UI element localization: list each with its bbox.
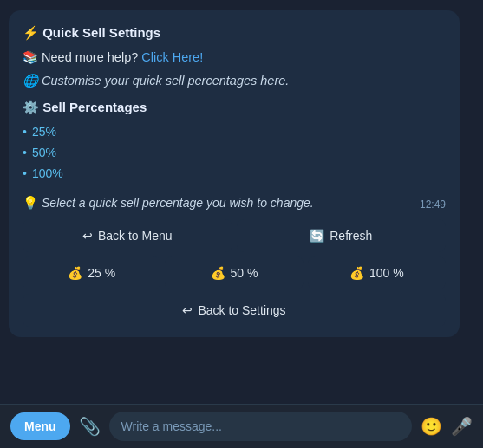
top-button-row: ↩ Back to Menu 🔄 Refresh bbox=[23, 219, 446, 252]
chat-area: ⚡ Quick Sell Settings 📚 Need more help? … bbox=[0, 0, 483, 404]
back-to-menu-emoji: ↩ bbox=[82, 229, 93, 243]
attach-icon[interactable]: 📎 bbox=[79, 416, 101, 437]
percent-25-label: 25 % bbox=[88, 266, 115, 280]
refresh-label: Refresh bbox=[330, 229, 372, 243]
message-input[interactable]: Write a message... bbox=[109, 412, 412, 441]
mic-icon[interactable]: 🎤 bbox=[451, 416, 473, 437]
customize-line: 🌐 Customise your quick sell percentages … bbox=[23, 71, 446, 90]
back-settings-row: ↩ Back to Settings bbox=[23, 294, 446, 327]
sell-list: 25% 50% 100% bbox=[23, 122, 446, 184]
title-emoji: ⚡ bbox=[23, 25, 39, 40]
help-emoji: 📚 bbox=[23, 50, 38, 64]
emoji-icon[interactable]: 🙂 bbox=[421, 416, 442, 437]
section-title: Sell Percentages bbox=[42, 100, 147, 114]
back-settings-label: Back to Settings bbox=[198, 303, 285, 317]
percent-50-label: 50 % bbox=[231, 266, 258, 280]
section-header: ⚙️ Sell Percentages bbox=[23, 97, 446, 117]
hint-text: Select a quick sell percentage you wish … bbox=[42, 196, 314, 210]
refresh-emoji: 🔄 bbox=[310, 229, 324, 243]
select-hint: 💡 Select a quick sell percentage you wis… bbox=[23, 193, 314, 213]
menu-button[interactable]: Menu bbox=[10, 412, 70, 440]
customize-emoji: 🌐 bbox=[23, 74, 38, 88]
back-to-settings-button[interactable]: ↩ Back to Settings bbox=[23, 294, 446, 327]
back-settings-emoji: ↩ bbox=[182, 303, 193, 317]
help-line: 📚 Need more help? Click Here! bbox=[23, 48, 446, 67]
list-item-25: 25% bbox=[23, 122, 446, 143]
buttons-area: ↩ Back to Menu 🔄 Refresh 💰 25 % 💰 50 % bbox=[23, 219, 446, 327]
percent-100-button[interactable]: 💰 100 % bbox=[308, 256, 446, 289]
refresh-button[interactable]: 🔄 Refresh bbox=[237, 219, 447, 252]
bottom-bar: Menu 📎 Write a message... 🙂 🎤 bbox=[0, 404, 483, 448]
title-text: Quick Sell Settings bbox=[42, 25, 160, 40]
help-text: Need more help? bbox=[42, 50, 138, 64]
back-to-menu-button[interactable]: ↩ Back to Menu bbox=[23, 219, 232, 252]
percent-100-emoji: 💰 bbox=[349, 266, 364, 280]
hint-emoji: 💡 bbox=[23, 196, 38, 210]
title-line: ⚡ Quick Sell Settings bbox=[23, 23, 446, 42]
section-emoji: ⚙️ bbox=[23, 100, 39, 114]
click-here-link[interactable]: Click Here! bbox=[141, 50, 203, 64]
percent-25-button[interactable]: 💰 25 % bbox=[23, 256, 160, 289]
customize-text: Customise your quick sell percentages he… bbox=[42, 74, 289, 88]
list-item-100: 100% bbox=[23, 164, 446, 185]
percent-50-button[interactable]: 💰 50 % bbox=[165, 256, 303, 289]
back-to-menu-label: Back to Menu bbox=[98, 229, 173, 243]
percent-100-label: 100 % bbox=[369, 266, 404, 280]
percent-button-row: 💰 25 % 💰 50 % 💰 100 % bbox=[23, 256, 446, 289]
timestamp: 12:49 bbox=[420, 197, 446, 213]
select-hint-row: 💡 Select a quick sell percentage you wis… bbox=[23, 193, 446, 213]
list-item-50: 50% bbox=[23, 143, 446, 164]
percent-50-emoji: 💰 bbox=[211, 266, 225, 280]
message-bubble: ⚡ Quick Sell Settings 📚 Need more help? … bbox=[9, 10, 460, 337]
percent-25-emoji: 💰 bbox=[68, 266, 82, 280]
